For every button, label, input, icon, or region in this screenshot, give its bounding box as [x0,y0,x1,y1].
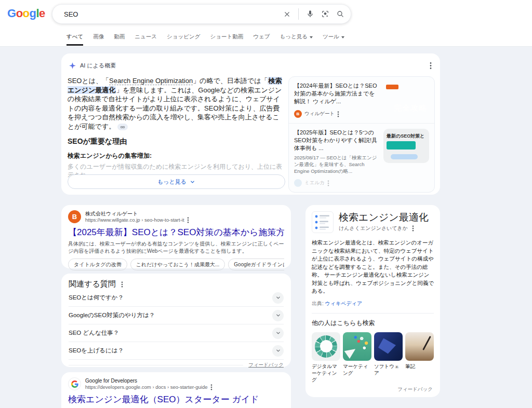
citation-link-icon[interactable] [117,124,128,130]
related-image-writing[interactable] [405,332,434,361]
tab-label: ニュース [135,33,157,40]
chip-google-guidelines[interactable]: Googleガイドラインに則った... [228,259,284,270]
ai-show-more-button[interactable]: もっと見る [68,174,285,189]
result-site-name[interactable]: Google for Developers [85,377,212,384]
related-image-digital-marketing[interactable] [312,332,340,361]
chip-title-tag[interactable]: タイトルタグの改善 [68,259,127,270]
result-url[interactable]: https://developers.google.com › docs › s… [85,384,208,390]
citation-thumbnail[interactable]: 完全攻略 [383,82,429,116]
citation-thumbnail[interactable]: 最新のSEO対策と [383,129,429,163]
paa-header: 関連する質問 [69,279,284,289]
more-options-icon[interactable] [430,62,432,70]
chevron-down-icon [310,36,313,38]
clear-icon[interactable] [283,10,291,18]
source-label: 出典: [312,301,325,306]
paa-question-2[interactable]: GoogleのSEO対策のやり方は？ [69,307,284,324]
result-site-name[interactable]: 株式会社ウィルゲート [85,210,189,217]
more-options-icon[interactable] [327,180,329,186]
tab-tools[interactable]: ツール [323,33,344,46]
tab-shopping[interactable]: ショッピング [167,33,200,46]
logo-letter: o [23,7,30,20]
tab-more[interactable]: もっと見る [280,33,312,46]
citation-title[interactable]: 【2024年最新】SEOとは？SEO対策の基本から施策方法までを解説！ ウィルゲ… [294,82,379,105]
more-options-icon[interactable] [187,217,189,223]
ai-citation-card-2[interactable]: 【2025年版】SEOとは？5つのSEO対策をわかりやすく解説!具体事例も ..… [294,129,429,187]
related-search-tiles: デジタルマーケティング マーケティング ソフトウェア 筆記 [312,332,434,383]
willgate-favicon: B [294,110,302,118]
expand-button[interactable] [272,328,284,339]
google-logo[interactable]: Google [7,7,45,20]
knowledge-panel-subtitle: けんさくエンジンさいてきか [339,225,408,232]
more-options-icon[interactable] [412,225,414,232]
ai-text: SEOとは、「 [68,77,109,85]
microphone-icon[interactable] [306,10,314,18]
related-search-marketing[interactable]: マーケティング [343,332,371,383]
feedback-link[interactable]: フィードバック [248,362,284,369]
expand-button[interactable] [272,292,284,304]
tab-images[interactable]: 画像 [93,33,104,46]
knowledge-panel-title: 検索エンジン最適化 [339,211,429,223]
thumbnail-teal-bar [387,141,416,149]
feedback-link[interactable]: フィードバック [397,386,433,393]
citation-source-row: B ウィルゲート [294,110,379,118]
tab-label: ショッピング [167,33,200,40]
related-search-writing[interactable]: 筆記 [405,332,434,383]
tab-news[interactable]: ニュース [135,33,157,46]
citation-snippet: 2025/08/17 — SEOとは「検索エンジン最適化」を意味する、Searc… [294,154,379,174]
result-title-link[interactable]: 検索エンジン最適化（SEO）スターター ガイド [68,393,284,405]
related-image-marketing[interactable] [343,332,371,361]
result-url-row: https://www.willgate.co.jp › seo-how-to-… [85,217,189,223]
citation-title[interactable]: 【2025年版】SEOとは？5つのSEO対策をわかりやすく解説!具体事例も ..… [294,129,379,152]
wikipedia-link[interactable]: ウィキペディア [325,301,363,306]
tab-web[interactable]: ウェブ [253,33,270,46]
result-url[interactable]: https://www.willgate.co.jp › seo-how-to-… [85,217,184,223]
paa-question-text: GoogleのSEO対策のやり方は？ [69,311,155,319]
paa-question-4[interactable]: SEOを上げるには？ [69,342,284,360]
more-options-icon[interactable] [121,281,123,288]
ai-text: 」の略で、日本語では「 [193,77,268,85]
tab-label: 動画 [114,33,125,40]
ai-overview-text-column: SEOとは、「Search Engine Optimization」の略で、日本… [68,76,285,187]
knowledge-panel-subtitle-row: けんさくエンジンさいてきか [339,225,429,232]
more-options-icon[interactable] [337,111,339,117]
ai-citation-card-1[interactable]: 【2024年最新】SEOとは？SEO対策の基本から施策方法までを解説！ ウィルゲ… [294,82,429,118]
logo-letter: G [7,7,16,20]
related-label: ソフトウェア [374,363,403,376]
divider [69,365,243,365]
tab-all[interactable]: すべて [66,33,83,46]
related-search-digital-marketing[interactable]: デジタルマーケティング [312,332,340,383]
result-source-row[interactable]: B 株式会社ウィルゲート https://www.willgate.co.jp … [68,210,284,223]
expand-button[interactable] [272,345,284,357]
willgate-favicon: B [68,210,81,223]
related-image-software[interactable] [374,332,403,361]
search-box[interactable] [52,4,351,24]
more-options-icon[interactable] [210,384,212,390]
tab-short-videos[interactable]: ショート動画 [210,33,243,46]
paa-question-text: SEOとは何ですか？ [69,294,124,302]
wikipedia-article-thumbnail [313,213,332,232]
result-title-link[interactable]: 【2025年最新】SEOとは？SEO対策の基本から施策方法までを ... [68,226,284,238]
search-box-icons [283,8,344,20]
result-source-row[interactable]: Google for Developers https://developers… [68,377,284,390]
chip-do-this[interactable]: これだけやっておこう！成果最大... [130,259,225,270]
tab-label: ショート動画 [210,33,243,40]
tab-videos[interactable]: 動画 [114,33,125,46]
related-search-software[interactable]: ソフトウェア [374,332,403,383]
knowledge-panel-thumbnail[interactable] [312,211,334,233]
related-label: 筆記 [405,363,434,370]
lens-camera-icon[interactable] [321,10,329,18]
sparkle-icon [69,62,76,70]
citation-divider [289,123,434,124]
result-snippet: 具体的には、検索ユーザーが求める有益なコンテンツを提供し、検索エンジンに正しくペ… [68,240,284,255]
ai-inline-link[interactable]: Search Engine Optimization [109,77,193,85]
search-box-divider [298,8,299,20]
paa-feedback-row: フィードバック [69,360,284,370]
expand-button[interactable] [272,310,284,321]
citation-source: ミエルカ [304,180,325,186]
paa-question-1[interactable]: SEOとは何ですか？ [69,289,284,307]
citation-text: 【2025年版】SEOとは？5つのSEO対策をわかりやすく解説!具体事例も ..… [294,129,379,187]
search-icon[interactable] [336,10,344,18]
paa-question-3[interactable]: SEO どんな仕事？ [69,324,284,342]
knowledge-panel-source-row: 出典: ウィキペディア [312,300,434,307]
search-input[interactable] [63,10,283,19]
